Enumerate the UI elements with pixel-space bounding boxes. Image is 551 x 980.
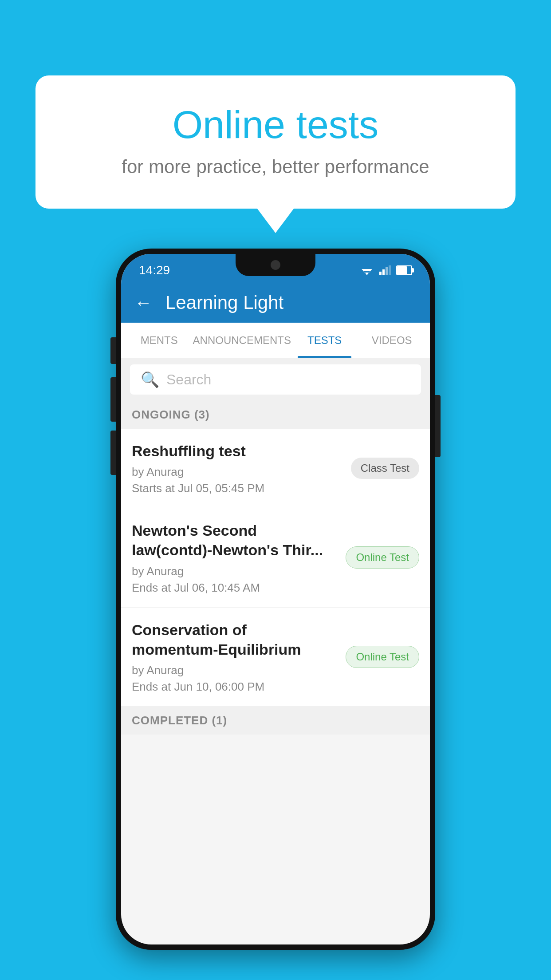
test-date-1: Starts at Jul 05, 05:45 PM: [132, 482, 342, 495]
side-button-2: [110, 377, 116, 422]
test-author-1: by Anurag: [132, 465, 342, 479]
tab-bar: MENTS ANNOUNCEMENTS TESTS VIDEOS: [121, 323, 430, 358]
svg-rect-4: [382, 269, 385, 275]
side-button-3: [110, 431, 116, 475]
tab-tests[interactable]: TESTS: [291, 323, 358, 358]
test-info-1: Reshuffling test by Anurag Starts at Jul…: [132, 441, 351, 495]
wifi-icon: [360, 265, 374, 275]
signal-icon: [379, 265, 391, 275]
test-title-3: Conservation of momentum-Equilibrium: [132, 620, 337, 659]
test-badge-2: Online Test: [346, 546, 419, 569]
svg-rect-5: [386, 267, 388, 275]
app-bar-title: Learning Light: [165, 292, 283, 313]
side-button-right: [435, 395, 441, 457]
svg-rect-3: [379, 272, 382, 275]
test-info-3: Conservation of momentum-Equilibrium by …: [132, 620, 346, 694]
promo-card: Online tests for more practice, better p…: [35, 75, 516, 209]
svg-rect-6: [389, 265, 391, 275]
test-title-2: Newton's Second law(contd)-Newton's Thir…: [132, 521, 337, 560]
phone-frame: 14:29: [116, 249, 435, 950]
test-author-3: by Anurag: [132, 664, 337, 677]
search-placeholder: Search: [166, 371, 211, 388]
status-icons: [360, 265, 412, 275]
search-container: 🔍 Search: [121, 358, 430, 401]
test-author-2: by Anurag: [132, 565, 337, 578]
status-time: 14:29: [139, 263, 170, 277]
camera-dot: [271, 260, 280, 270]
tab-announcements[interactable]: ANNOUNCEMENTS: [193, 323, 291, 358]
completed-section-header: COMPLETED (1): [121, 707, 430, 735]
test-badge-3: Online Test: [346, 646, 419, 668]
test-list: Reshuffling test by Anurag Starts at Jul…: [121, 429, 430, 707]
search-bar[interactable]: 🔍 Search: [130, 364, 421, 395]
tab-videos[interactable]: VIDEOS: [358, 323, 425, 358]
app-bar: ← Learning Light: [121, 283, 430, 323]
ongoing-section-header: ONGOING (3): [121, 401, 430, 429]
promo-title: Online tests: [71, 102, 480, 147]
tab-ments[interactable]: MENTS: [126, 323, 193, 358]
test-item-1[interactable]: Reshuffling test by Anurag Starts at Jul…: [121, 429, 430, 508]
test-item-2[interactable]: Newton's Second law(contd)-Newton's Thir…: [121, 508, 430, 607]
test-info-2: Newton's Second law(contd)-Newton's Thir…: [132, 521, 346, 594]
test-date-2: Ends at Jul 06, 10:45 AM: [132, 581, 337, 595]
search-icon: 🔍: [141, 371, 159, 388]
side-button-1: [110, 337, 116, 364]
test-title-1: Reshuffling test: [132, 441, 342, 461]
promo-subtitle: for more practice, better performance: [71, 156, 480, 178]
battery-icon: [396, 265, 412, 275]
phone-screen: 14:29: [121, 254, 430, 944]
test-item-3[interactable]: Conservation of momentum-Equilibrium by …: [121, 608, 430, 707]
test-badge-1: Class Test: [351, 458, 419, 479]
phone-mockup: 14:29: [116, 249, 435, 950]
test-date-3: Ends at Jun 10, 06:00 PM: [132, 680, 337, 694]
back-button[interactable]: ←: [134, 294, 152, 312]
svg-marker-2: [365, 273, 369, 275]
phone-notch: [236, 254, 315, 276]
